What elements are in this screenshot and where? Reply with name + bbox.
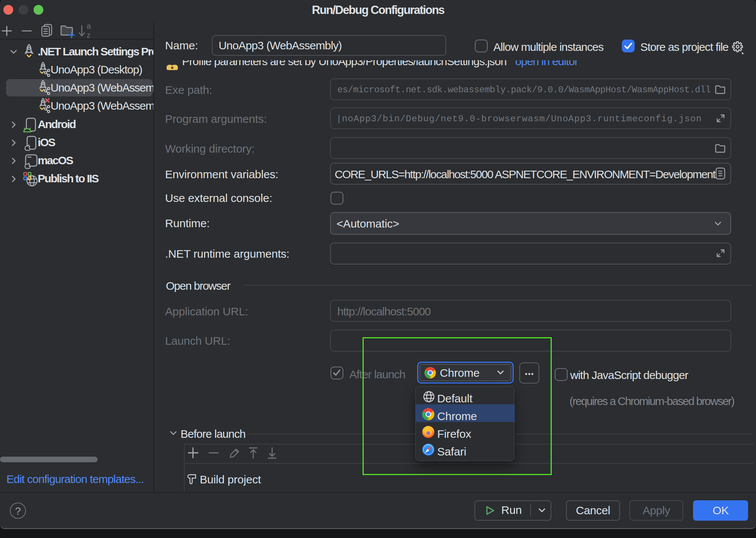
svg-text:z: z — [87, 31, 90, 39]
svg-text:a: a — [87, 22, 91, 30]
